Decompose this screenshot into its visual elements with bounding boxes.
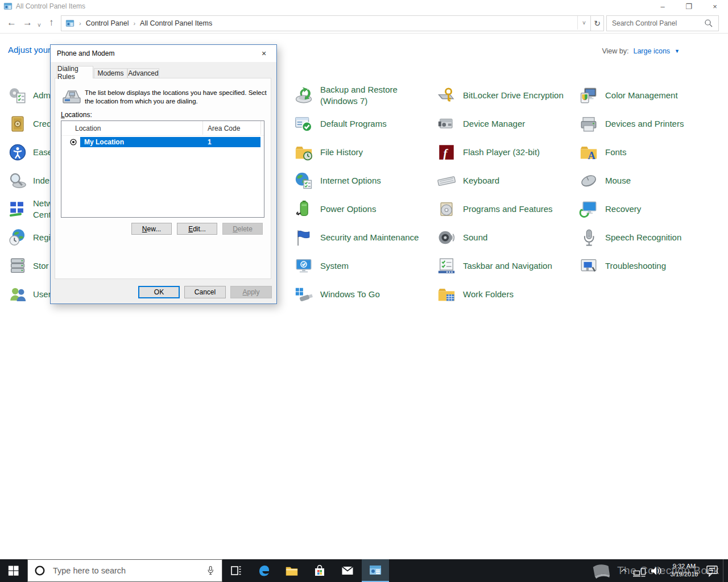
phone-and-modem-dialog: Phone and Modem × Dialing RulesModemsAdv… <box>50 44 277 304</box>
control-panel-item[interactable]: Recovery <box>579 195 721 223</box>
column-divider[interactable] <box>202 121 203 135</box>
item-icon <box>294 171 313 190</box>
item-icon <box>437 86 456 105</box>
dialog-tab[interactable]: Advanced <box>127 68 159 78</box>
item-icon <box>579 171 598 190</box>
location-row-selected[interactable]: My Location 1 <box>61 137 264 147</box>
control-panel-item[interactable]: Speech Recognition <box>579 223 721 252</box>
control-panel-item[interactable]: Internet Options <box>294 167 433 195</box>
item-label: Speech Recognition <box>605 232 681 243</box>
control-panel-item[interactable]: Color Management <box>579 81 721 110</box>
breadcrumb-all-items[interactable]: All Control Panel Items <box>140 19 212 27</box>
app-icon <box>229 564 243 577</box>
control-panel-item[interactable]: Device Manager <box>437 110 576 138</box>
microphone-icon[interactable] <box>205 565 216 576</box>
taskbar-app-button[interactable] <box>306 559 333 582</box>
control-panel-item[interactable]: Power Options <box>294 195 433 223</box>
apply-button: Apply <box>230 286 272 298</box>
control-panel-item[interactable]: System <box>294 252 433 280</box>
control-panel-item[interactable]: Keyboard <box>437 167 576 195</box>
location-cell: My Location <box>84 138 124 146</box>
dialog-tab[interactable]: Dialing Rules <box>57 66 93 78</box>
radio-selected-icon[interactable] <box>69 138 77 146</box>
control-panel-item[interactable]: Sound <box>437 223 576 252</box>
item-label: Netw Cent <box>33 198 51 221</box>
window-titlebar: All Control Panel Items <box>0 0 728 13</box>
breadcrumb-control-panel[interactable]: Control Panel <box>86 19 129 27</box>
item-icon <box>294 199 313 219</box>
taskbar-app-button[interactable] <box>222 559 250 582</box>
taskbar-clock[interactable]: 9:32 AM 3/19/2018 <box>667 563 702 579</box>
show-desktop-button[interactable] <box>723 559 728 582</box>
control-panel-item[interactable]: Backup and Restore (Windows 7) <box>294 81 433 110</box>
item-label: User <box>33 289 51 300</box>
control-panel-item[interactable]: Troubleshooting <box>579 252 721 280</box>
app-icon <box>285 564 299 577</box>
minimize-button[interactable]: – <box>650 0 676 13</box>
control-panel-item[interactable]: Ease <box>8 138 51 167</box>
column-divider[interactable] <box>260 121 261 135</box>
control-panel-item[interactable]: Mouse <box>579 167 721 195</box>
up-button[interactable]: ↑ <box>49 16 54 30</box>
control-panel-item[interactable]: Devices and Printers <box>579 110 721 138</box>
phone-modem-icon <box>61 86 82 106</box>
back-button[interactable]: ← <box>7 16 16 30</box>
address-dropdown-caret[interactable]: ˅ <box>577 16 590 30</box>
control-panel-item[interactable]: Regi <box>8 223 51 252</box>
control-panel-item[interactable]: Programs and Features <box>437 195 576 223</box>
action-center-icon[interactable] <box>705 564 719 577</box>
ok-button[interactable]: OK <box>138 286 180 298</box>
close-button[interactable]: × <box>702 0 728 13</box>
item-icon <box>579 114 598 134</box>
control-panel-item[interactable]: Admi <box>8 81 51 110</box>
recent-pages-caret[interactable]: ˅ <box>38 19 41 32</box>
control-panel-item[interactable]: Security and Maintenance <box>294 223 433 252</box>
item-icon <box>437 256 456 276</box>
search-box[interactable]: Search Control Panel <box>606 15 719 31</box>
hidden-icons-chevron-icon[interactable] <box>619 566 629 576</box>
control-panel-item[interactable]: User <box>8 280 51 309</box>
dialog-close-icon[interactable]: × <box>257 48 271 59</box>
column-header-location[interactable]: Location <box>75 124 101 132</box>
view-by-label: View by: <box>602 47 628 55</box>
column-header-area-code[interactable]: Area Code <box>208 124 240 132</box>
control-panel-item[interactable]: BitLocker Drive Encryption <box>437 81 576 110</box>
control-panel-item[interactable]: Work Folders <box>437 280 576 309</box>
maximize-button[interactable]: ❐ <box>676 0 702 13</box>
control-panel-item[interactable]: Inde <box>8 167 51 195</box>
item-label: Devices and Printers <box>605 118 684 130</box>
network-icon[interactable] <box>632 564 646 577</box>
address-bar[interactable]: › Control Panel › All Control Panel Item… <box>61 15 591 31</box>
forward-button[interactable]: → <box>23 16 32 30</box>
view-by-value[interactable]: Large icons <box>633 47 670 55</box>
control-panel-item[interactable]: Default Programs <box>294 110 433 138</box>
item-label: Taskbar and Navigation <box>463 260 552 272</box>
cancel-button[interactable]: Cancel <box>184 286 226 298</box>
volume-icon[interactable] <box>650 564 663 577</box>
new-button[interactable]: New... <box>131 223 172 235</box>
control-panel-item[interactable]: Stor <box>8 252 51 280</box>
control-panel-item[interactable]: Taskbar and Navigation <box>437 252 576 280</box>
item-label: Ease <box>33 147 51 158</box>
item-icon <box>437 114 456 134</box>
dialog-tab[interactable]: Modems <box>94 68 127 78</box>
control-panel-item[interactable]: Windows To Go <box>294 280 433 309</box>
control-panel-item[interactable]: File History <box>294 138 433 167</box>
taskbar: Type here to search The Collection Book <box>0 559 728 582</box>
taskbar-app-button[interactable] <box>334 559 361 582</box>
locations-list[interactable]: Location Area Code My Location 1 <box>61 120 264 218</box>
control-panel-item[interactable]: A Fonts <box>579 138 721 167</box>
item-label: Security and Maintenance <box>320 232 419 243</box>
taskbar-app-button[interactable] <box>250 559 278 582</box>
taskbar-search-box[interactable]: Type here to search <box>27 559 222 582</box>
taskbar-app-button[interactable] <box>278 559 305 582</box>
refresh-button[interactable]: ↻ <box>591 15 604 31</box>
view-by-caret-icon[interactable]: ▼ <box>675 48 680 54</box>
start-button[interactable] <box>0 559 27 582</box>
control-panel-item[interactable]: Netw Cent <box>8 195 51 223</box>
taskbar-app-button[interactable] <box>362 559 389 582</box>
edit-button[interactable]: Edit... <box>177 223 217 235</box>
app-icon <box>257 564 271 577</box>
control-panel-item[interactable]: Cred <box>8 110 51 138</box>
control-panel-item[interactable]: f Flash Player (32-bit) <box>437 138 576 167</box>
